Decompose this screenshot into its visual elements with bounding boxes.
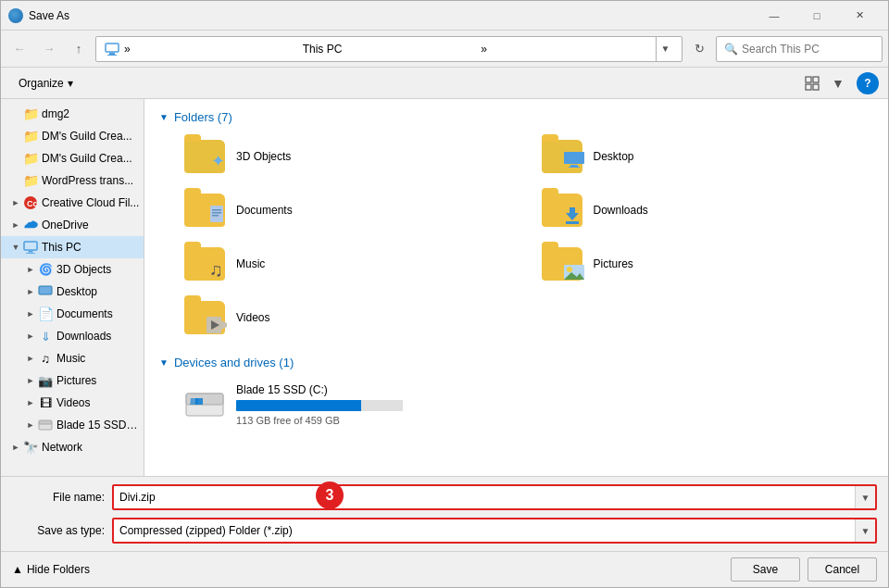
sidebar-label: Documents (56, 307, 113, 320)
minimize-button[interactable]: — (753, 1, 795, 31)
address-dropdown-button[interactable]: ▼ (656, 36, 674, 62)
onedrive-icon (23, 218, 38, 232)
svg-text:Cc: Cc (27, 199, 38, 208)
address-bar[interactable]: » This PC » ▼ (95, 36, 682, 62)
devices-section-header[interactable]: ▼ Devices and drives (1) (159, 356, 873, 369)
drive-name: Blade 15 SSD (C:) (236, 383, 403, 396)
svg-rect-18 (569, 167, 580, 168)
drive-item-c[interactable]: Blade 15 SSD (C:) 113 GB free of 459 GB (178, 379, 873, 431)
address-arrow: » (481, 43, 656, 56)
sidebar-item-3d-objects[interactable]: ► 🌀 3D Objects (16, 258, 144, 281)
sidebar-label: Downloads (56, 330, 111, 343)
folder-item-desktop[interactable]: Desktop (535, 133, 874, 180)
bottom-bar: File name: ▼ 3 Save as type: Compressed … (1, 476, 888, 587)
folder-name: Downloads (594, 204, 648, 217)
sidebar-item-drive-c[interactable]: ► Blade 15 SSD (C:...) (16, 414, 144, 436)
folder-icon: 📁 (23, 106, 38, 121)
filetype-dropdown-button[interactable]: ▼ (855, 519, 875, 542)
sidebar-item-wordpress[interactable]: 📁 WordPress trans... (1, 169, 144, 192)
folder-item-music[interactable]: ♫ Music (178, 241, 517, 287)
organize-chevron: ▾ (68, 77, 73, 90)
folders-section-header[interactable]: ▼ Folders (7) (159, 110, 873, 124)
maximize-button[interactable]: □ (795, 1, 838, 31)
expand-icon: ► (8, 218, 23, 232)
drive-free-space: 113 GB free of 459 GB (236, 415, 403, 426)
title-bar: Save As — □ ✕ (1, 1, 888, 31)
sidebar-label: WordPress trans... (42, 174, 133, 187)
refresh-button[interactable]: ↻ (686, 36, 712, 62)
sidebar-item-music[interactable]: ► ♫ Music (16, 347, 144, 369)
organize-button[interactable]: Organize ▾ (10, 72, 81, 94)
sidebar-item-pictures[interactable]: ► 📷 Pictures (16, 369, 144, 392)
chevron-up-icon: ▲ (12, 563, 23, 576)
sidebar-item-documents[interactable]: ► 📄 Documents (16, 303, 144, 325)
sidebar-item-videos[interactable]: ► 🎞 Videos (16, 392, 144, 414)
sidebar-item-downloads[interactable]: ► ⇓ Downloads (16, 325, 144, 347)
svg-rect-2 (107, 55, 117, 56)
folder-item-pictures[interactable]: Pictures (535, 241, 874, 287)
expand-icon: ► (23, 395, 38, 410)
content-area: ▼ Folders (7) ✦ 3D Objects (144, 99, 888, 476)
expand-icon (8, 173, 23, 188)
sidebar-item-onedrive[interactable]: ► OneDrive (1, 214, 144, 236)
sidebar-label: Desktop (56, 285, 97, 298)
folder-name: Documents (236, 204, 293, 217)
close-button[interactable]: ✕ (838, 1, 881, 31)
forward-button[interactable]: → (36, 36, 62, 62)
folder-name: Desktop (594, 150, 634, 163)
file-name-input[interactable] (114, 486, 855, 508)
folder-item-videos[interactable]: Videos (178, 294, 517, 341)
save-button[interactable]: Save (731, 557, 800, 582)
help-button[interactable]: ? (857, 72, 879, 94)
sidebar-item-network[interactable]: ► 🔭 Network (1, 436, 144, 458)
svg-rect-12 (39, 286, 52, 294)
folder-item-3d-objects[interactable]: ✦ 3D Objects (178, 133, 517, 180)
hide-folders-label: Hide Folders (27, 563, 90, 576)
sidebar-item-desktop[interactable]: ► Desktop (16, 281, 144, 303)
search-box[interactable]: 🔍 (716, 36, 883, 62)
search-input[interactable] (742, 43, 881, 56)
drive-icon-large (182, 386, 227, 423)
folder-item-downloads[interactable]: Downloads (535, 187, 874, 233)
drive-info: Blade 15 SSD (C:) 113 GB free of 459 GB (236, 383, 403, 426)
toolbar-row: Organize ▾ ▼ ? (1, 68, 888, 99)
sidebar-item-dmguild2[interactable]: 📁 DM's Guild Crea... (1, 147, 144, 169)
back-button[interactable]: ← (6, 36, 32, 62)
videos-icon: 🎞 (38, 395, 53, 410)
drive-progress-fill (236, 400, 361, 411)
cancel-button[interactable]: Cancel (808, 557, 877, 582)
sidebar-item-dmguild1[interactable]: 📁 DM's Guild Crea... (1, 125, 144, 147)
folder-item-documents[interactable]: Documents (178, 187, 517, 233)
downloads-icon: ⇓ (38, 329, 53, 344)
svg-rect-34 (190, 398, 198, 405)
svg-rect-3 (806, 77, 811, 82)
up-button[interactable]: ↑ (66, 36, 92, 62)
documents-icon: 📄 (38, 307, 53, 321)
sidebar-label: dmg2 (42, 107, 69, 120)
sidebar-item-creative-cloud[interactable]: ► Cc Creative Cloud Fil... (1, 192, 144, 214)
file-name-label: File name: (12, 491, 105, 504)
dialog-icon (8, 8, 23, 23)
folder-name: 3D Objects (236, 150, 291, 163)
sidebar-label: Creative Cloud Fil... (42, 196, 139, 209)
step-badge: 3 (316, 482, 344, 509)
address-bar-row: ← → ↑ » This PC » ▼ ↻ 🔍 (1, 31, 888, 68)
sidebar-item-this-pc[interactable]: ▼ This PC (1, 236, 144, 258)
view-dropdown-button[interactable]: ▼ (825, 72, 851, 94)
folder-name: Pictures (594, 257, 633, 270)
cc-icon: Cc (23, 195, 38, 210)
folder-icon: 📁 (23, 129, 38, 144)
folders-section-title: Folders (7) (174, 110, 232, 124)
pc-icon (23, 240, 38, 255)
hide-folders-button[interactable]: ▲ Hide Folders (12, 563, 90, 576)
filename-dropdown-button[interactable]: ▼ (855, 486, 875, 508)
folder-icon-large (540, 192, 584, 229)
svg-rect-24 (566, 221, 579, 224)
sidebar-item-dmg2[interactable]: 📁 dmg2 (1, 103, 144, 125)
folder-icon-large (182, 192, 227, 229)
3d-icon: 🌀 (38, 262, 53, 277)
devices-grid: Blade 15 SSD (C:) 113 GB free of 459 GB (159, 379, 873, 431)
view-options-button[interactable] (799, 72, 825, 94)
sidebar-label: Videos (56, 396, 90, 409)
file-type-value: Compressed (zipped) Folder (*.zip) (114, 519, 855, 542)
